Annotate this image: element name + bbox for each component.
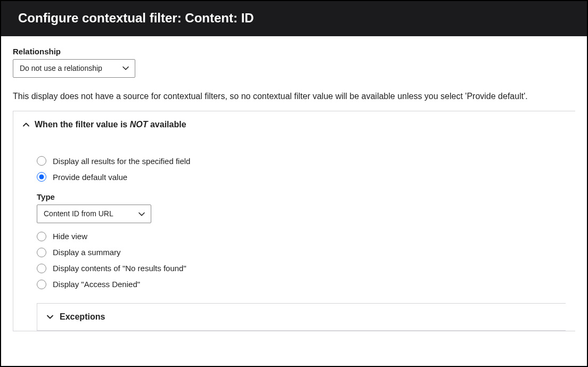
section-not-available: When the filter value is NOT available D… — [13, 111, 575, 331]
radio-label: Display contents of "No results found" — [53, 264, 186, 273]
radio-display-all[interactable]: Display all results for the specified fi… — [37, 153, 566, 169]
section-exceptions: Exceptions — [37, 303, 566, 331]
type-label: Type — [37, 192, 566, 201]
chevron-down-icon — [47, 315, 53, 319]
dialog-header: Configure contextual filter: Content: ID — [1, 1, 587, 36]
radio-label: Display all results for the specified fi… — [53, 157, 190, 166]
radio-icon — [37, 264, 46, 273]
relationship-select-value: Do not use a relationship — [13, 59, 135, 78]
relationship-label: Relationship — [13, 47, 575, 56]
radio-label: Provide default value — [53, 173, 127, 182]
type-select[interactable]: Content ID from URL — [37, 205, 151, 223]
section-not-available-toggle[interactable]: When the filter value is NOT available — [13, 111, 575, 138]
section-not-available-body: Display all results for the specified fi… — [13, 138, 575, 331]
radio-icon — [37, 232, 46, 241]
relationship-select[interactable]: Do not use a relationship — [13, 59, 135, 78]
radio-icon — [37, 280, 46, 289]
radio-no-results[interactable]: Display contents of "No results found" — [37, 260, 566, 276]
radio-summary[interactable]: Display a summary — [37, 244, 566, 260]
help-text: This display does not have a source for … — [13, 91, 575, 102]
radio-access-denied[interactable]: Display "Access Denied" — [37, 276, 566, 292]
radio-icon — [37, 248, 46, 257]
radio-hide-view[interactable]: Hide view — [37, 229, 566, 244]
type-select-value: Content ID from URL — [37, 205, 151, 223]
radio-icon — [37, 172, 46, 182]
radio-label: Display "Access Denied" — [53, 280, 140, 289]
section-not-available-title: When the filter value is NOT available — [35, 120, 186, 129]
dialog-body: Relationship Do not use a relationship T… — [1, 36, 587, 331]
type-block: Type Content ID from URL — [37, 192, 566, 223]
radio-provide-default[interactable]: Provide default value — [37, 169, 566, 185]
dialog: Configure contextual filter: Content: ID… — [0, 0, 588, 367]
radio-icon — [37, 156, 46, 166]
dialog-title: Configure contextual filter: Content: ID — [18, 11, 254, 25]
radio-label: Display a summary — [53, 248, 121, 257]
section-exceptions-toggle[interactable]: Exceptions — [37, 304, 566, 330]
radio-label: Hide view — [53, 232, 87, 241]
chevron-up-icon — [23, 123, 29, 127]
section-exceptions-title: Exceptions — [60, 312, 105, 322]
